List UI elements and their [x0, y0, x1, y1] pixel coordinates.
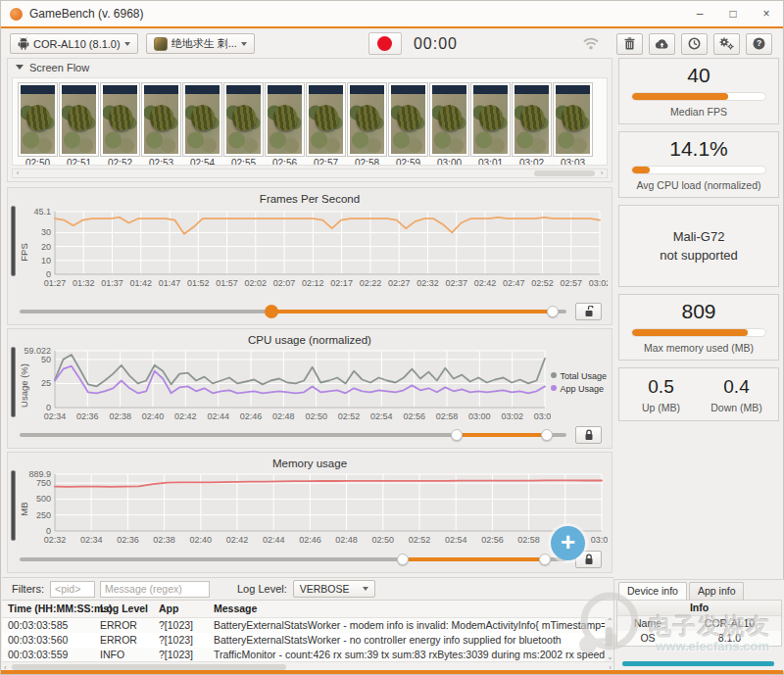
thumbnail-image[interactable]	[348, 83, 386, 156]
thumbnail-image[interactable]	[19, 83, 57, 156]
chart-grip-handle[interactable]	[11, 206, 16, 276]
device-panel-scrollbar[interactable]	[622, 661, 774, 666]
memory-range-slider[interactable]	[20, 551, 602, 568]
delete-session-button[interactable]	[616, 33, 643, 55]
screenflow-thumbnail[interactable]: 02:52	[101, 83, 139, 165]
thumbnail-image[interactable]	[471, 83, 510, 156]
screenflow-thumbnail[interactable]: 02:59	[389, 83, 427, 165]
thumbnail-image[interactable]	[554, 83, 592, 156]
pid-filter-input[interactable]	[50, 581, 95, 598]
thumbnail-image[interactable]	[183, 83, 221, 156]
record-button[interactable]	[368, 32, 402, 55]
svg-text:03:02: 03:02	[589, 278, 608, 288]
game-app-icon	[154, 37, 168, 51]
maximize-button[interactable]: □	[716, 1, 750, 26]
tab-device-info[interactable]: Device info	[618, 582, 687, 600]
log-cell: ?[1023]	[153, 648, 208, 662]
screenflow-thumbnail[interactable]: 02:55	[224, 83, 263, 165]
window-title: GameBench (v. 6968)	[29, 7, 144, 21]
screenflow-thumbnail[interactable]: 03:01	[471, 83, 510, 165]
scroll-left-icon[interactable]: ‹	[13, 169, 23, 177]
memory-chart-plot: 02:3202:3402:3602:3802:4002:4202:4402:46…	[20, 468, 608, 554]
screenflow-thumbnail[interactable]: 02:51	[60, 83, 98, 165]
history-button[interactable]	[681, 33, 708, 55]
log-row[interactable]: 00:03:03:560ERROR?[1023]BatteryExternalS…	[2, 633, 613, 648]
screenflow-thumbnail[interactable]: 03:02	[513, 83, 551, 165]
slider-handle-left[interactable]	[451, 429, 463, 441]
thumbnail-timestamp: 03:00	[430, 158, 468, 166]
device-info-cell: 8.1.0	[678, 631, 781, 646]
thumbnail-image[interactable]	[224, 83, 263, 156]
screenflow-thumbnail[interactable]: 02:50	[19, 83, 57, 165]
svg-text:02:02: 02:02	[245, 278, 268, 288]
screenflow-thumbnail[interactable]: 02:57	[307, 83, 345, 165]
screenflow-thumbnail[interactable]: 03:00	[430, 83, 468, 165]
app-selector-dropdown[interactable]: 绝地求生 刺...	[146, 33, 255, 54]
filters-label: Filters:	[12, 583, 44, 595]
log-row[interactable]: 00:03:03:559INFO?[1023]TrafficMonitor - …	[2, 648, 613, 662]
log-column-header[interactable]: Log Level	[94, 601, 153, 617]
cpu-range-slider[interactable]	[20, 426, 602, 444]
svg-text:02:34: 02:34	[44, 411, 67, 421]
median-fps-label: Median FPS	[629, 106, 768, 118]
svg-text:30: 30	[41, 227, 51, 237]
log-cell: ?[1023]	[153, 633, 208, 648]
thumbnail-timestamp: 02:53	[142, 158, 180, 166]
tab-app-info[interactable]: App info	[689, 582, 745, 600]
fps-unlock-button[interactable]	[575, 303, 602, 320]
screenflow-thumbnail[interactable]: 02:53	[142, 83, 180, 165]
close-button[interactable]: ×	[750, 1, 783, 26]
thumbnail-timestamp: 02:54	[183, 158, 221, 166]
slider-handle-right[interactable]	[539, 554, 551, 565]
fps-range-slider[interactable]	[20, 303, 602, 320]
svg-text:02:07: 02:07	[273, 278, 296, 288]
log-column-header[interactable]: App	[153, 601, 208, 617]
svg-text:750: 750	[36, 478, 51, 488]
chart-grip-handle[interactable]	[11, 470, 16, 541]
thumbnail-image[interactable]	[101, 83, 139, 156]
help-button[interactable]: ?	[746, 33, 772, 55]
message-filter-input[interactable]	[100, 581, 210, 598]
slider-handle-right[interactable]	[541, 429, 553, 441]
chart-grip-handle[interactable]	[11, 347, 16, 417]
cpu-lock-button[interactable]	[575, 426, 602, 444]
add-marker-button[interactable]: +	[551, 526, 585, 560]
minimize-button[interactable]: –	[683, 1, 716, 26]
parachute-graphic	[271, 103, 298, 131]
log-vertical-scrollbar[interactable]: ⌃ ⌄	[605, 617, 613, 662]
screen-flow-title: Screen Flow	[29, 62, 89, 73]
window-bottom-accent	[1, 670, 783, 674]
screenflow-thumbnail[interactable]: 02:56	[266, 83, 304, 165]
screen-flow-scrollbar[interactable]: ‹ ›	[12, 169, 608, 178]
thumbnail-image[interactable]	[307, 83, 345, 156]
scrollbar-thumb[interactable]	[534, 170, 595, 176]
device-info-row: NameCOR-AL10	[617, 616, 781, 631]
thumbnail-image[interactable]	[266, 83, 304, 156]
thumbnail-image[interactable]	[513, 83, 551, 156]
svg-text:0: 0	[46, 403, 51, 412]
log-column-header[interactable]: Message	[208, 601, 613, 617]
slider-handle-right[interactable]	[547, 306, 559, 317]
svg-text:01:52: 01:52	[187, 278, 210, 288]
slider-handle-left[interactable]	[265, 305, 278, 318]
log-row[interactable]: 00:03:03:585ERROR?[1023]BatteryExternalS…	[2, 618, 613, 633]
thumbnail-image[interactable]	[142, 83, 180, 156]
slider-handle-left[interactable]	[397, 554, 409, 565]
screenflow-thumbnail[interactable]: 02:58	[348, 83, 386, 165]
scrollbar-thumb[interactable]	[606, 627, 612, 647]
thumbnail-image[interactable]	[60, 83, 98, 156]
settings-button[interactable]	[713, 33, 740, 55]
device-selector-dropdown[interactable]: COR-AL10 (8.1.0)	[10, 33, 138, 54]
screen-flow-header[interactable]: Screen Flow	[8, 59, 612, 75]
log-column-header[interactable]: Time (HH:MM:SS:ms)	[2, 601, 94, 617]
screenflow-thumbnail[interactable]: 02:54	[183, 83, 221, 165]
log-level-dropdown[interactable]: VERBOSE	[293, 580, 375, 598]
thumbnail-image[interactable]	[389, 83, 427, 156]
svg-text:01:27: 01:27	[44, 278, 67, 288]
log-table: Time (HH:MM:SS:ms)Log LevelAppMessage 00…	[2, 600, 613, 671]
screenflow-thumbnail[interactable]: 03:03	[554, 83, 592, 165]
thumbnail-image[interactable]	[430, 83, 468, 156]
lock-icon	[584, 429, 594, 441]
cloud-upload-button[interactable]	[649, 33, 675, 55]
scroll-right-icon[interactable]: ›	[597, 169, 607, 177]
